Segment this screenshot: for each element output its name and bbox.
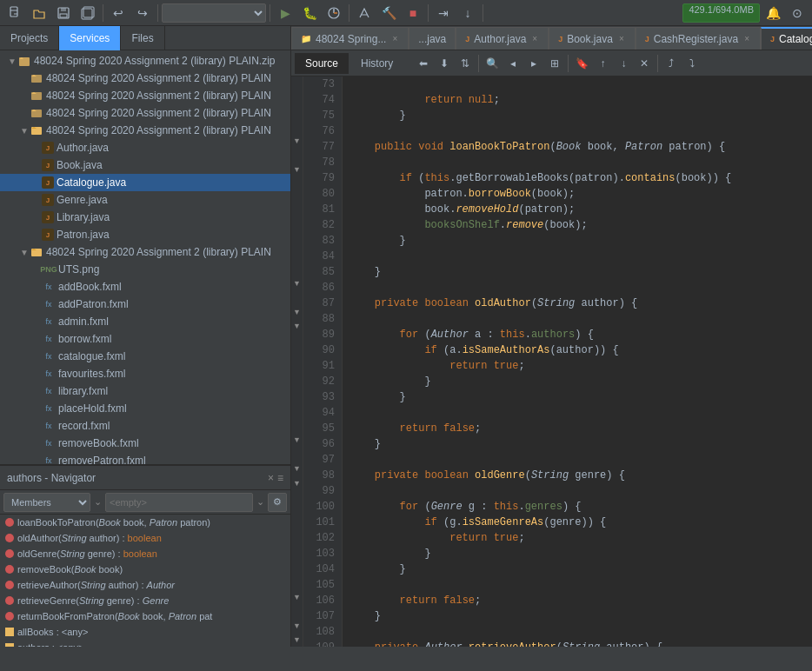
source-tab-button[interactable]: Source [295,53,349,74]
debug-button[interactable]: 🐛 [298,3,321,23]
tree-row-book[interactable]: J Book.java [0,156,290,174]
navigator-close-button[interactable]: × [268,472,274,484]
build-project-button[interactable] [353,3,376,23]
fold-109[interactable]: ▼ [291,590,303,604]
go-forward-button[interactable]: ⬇ [435,54,454,73]
svg-rect-4 [61,8,66,11]
navigator-settings-icon-button[interactable]: ⚙ [268,493,287,512]
tab-files[interactable]: Files [121,26,164,50]
tree-row-removebook[interactable]: fx removeBook.fxml [0,435,290,452]
fold-79[interactable]: ▼ [291,162,303,176]
members-select[interactable]: Members [3,493,90,512]
step-over-button[interactable]: ⇥ [432,3,455,23]
tab-projects[interactable]: Projects [0,26,59,50]
fold-90[interactable]: ▼ [291,319,303,333]
find-all-button[interactable]: ⊞ [545,54,564,73]
nav-item-loanbooktopatron[interactable]: loanBookToPatron(Book book, Patron patro… [0,515,290,530]
tree-row-borrow[interactable]: fx borrow.fxml [0,330,290,348]
filter-input[interactable] [105,493,253,512]
file-tree[interactable]: ▼ 48024 Spring 2020 Assignment 2 (librar… [0,50,290,464]
diff-prev-button[interactable]: ⤴ [662,54,681,73]
fold-98[interactable]: ▼ [291,433,303,447]
nav-item-returnbookfrompatron[interactable]: returnBookFromPatron(Book book, Patron p… [0,608,290,624]
code-editor[interactable]: return null; } public void loanBookToPat… [343,76,812,647]
tab-dots-java[interactable]: ...java [409,27,456,50]
tab-cashregister-java[interactable]: J CashRegister.java × [636,27,761,50]
tree-row-placehold[interactable]: fx placeHold.fxml [0,400,290,417]
save-button[interactable] [52,3,75,23]
nav-item-retrievegenre[interactable]: retrieveGenre(String genre) : Genre [0,593,290,608]
tree-row-zip[interactable]: ▼ 48024 Spring 2020 Assignment 2 (librar… [0,52,290,70]
search-code-button[interactable]: 🔍 [483,54,502,73]
run-button[interactable]: ▶ [274,3,296,23]
tree-row-1[interactable]: 48024 Spring 2020 Assignment 2 (library)… [0,70,290,87]
status-button[interactable]: ⊙ [786,3,809,23]
tree-row-uts-png[interactable]: PNG UTS.png [0,261,290,278]
tree-row-library-fxml[interactable]: fx library.fxml [0,382,290,400]
profile-button[interactable] [323,3,345,23]
open-button[interactable] [28,3,50,23]
nav-item-oldauthor[interactable]: oldAuthor(String author) : boolean [0,530,290,546]
tree-row-catalogue-fxml[interactable]: fx catalogue.fxml [0,348,290,365]
undo-button[interactable]: ↩ [107,3,130,23]
code-line-96: } [349,436,805,452]
tree-row-3[interactable]: 48024 Spring 2020 Assignment 2 (library)… [0,104,290,122]
find-next-button[interactable]: ▸ [524,54,543,73]
nav-item-allbooks[interactable]: allBooks : <any> [0,624,290,640]
redo-button[interactable]: ↪ [131,3,154,23]
tree-row-catalogue[interactable]: J Catalogue.java [0,174,290,191]
tab-services[interactable]: Services [59,26,121,50]
tree-row-patron[interactable]: J Patron.java [0,226,290,243]
tab-close-author[interactable]: × [530,33,539,44]
toggle-bookmark-button[interactable]: 🔖 [572,54,591,73]
tree-row-admin[interactable]: fx admin.fxml [0,313,290,330]
clean-build-button[interactable]: 🔨 [377,3,400,23]
fold-87[interactable]: ▼ [291,276,303,290]
new-button[interactable] [3,3,26,23]
tree-row-4[interactable]: ▼ 48024 Spring 2020 Assignment 2 (librar… [0,122,290,139]
fold-100[interactable]: ▼ [291,462,303,475]
code-line-87: private boolean oldAuthor(String author)… [349,296,805,311]
toggle-button[interactable]: ⇅ [456,54,475,73]
fold-111[interactable]: ▼ [291,618,303,632]
nav-item-oldgenre[interactable]: oldGenre(String genre) : boolean [0,546,290,561]
tab-catalogue-java[interactable]: J Catalogue.java × [761,27,812,50]
memory-indicator[interactable]: 429.1/694.0MB [682,3,760,23]
tree-row-removepatron[interactable]: fx removePatron.fxml [0,452,290,464]
tree-row-2[interactable]: 48024 Spring 2020 Assignment 2 (library)… [0,87,290,104]
tab-spring-zip[interactable]: 📁 48024 Spring... × [291,27,409,50]
prev-bookmark-button[interactable]: ↑ [593,54,612,73]
build-configuration-select[interactable] [162,3,266,23]
tab-author-java[interactable]: J Author.java × [456,27,549,50]
tab-close-book[interactable]: × [617,33,626,44]
fold-101[interactable]: ▼ [291,475,303,489]
tree-row-library[interactable]: J Library.java [0,209,290,226]
tab-book-java[interactable]: J Book.java × [549,27,636,50]
tree-row-genre[interactable]: J Genre.java [0,191,290,209]
tree-row-author[interactable]: J Author.java [0,139,290,156]
nav-item-retrieveauthor[interactable]: retrieveAuthor(String author) : Author [0,577,290,593]
tree-row-record[interactable]: fx record.fxml [0,417,290,435]
clear-bookmarks-button[interactable]: ✕ [635,54,654,73]
fold-112[interactable]: ▼ [291,633,303,647]
nav-item-authors[interactable]: authors : <any> [0,640,290,647]
tree-row-addbook[interactable]: fx addBook.fxml [0,278,290,296]
diff-next-button[interactable]: ⤵ [682,54,702,73]
fold-89[interactable]: ▼ [291,305,303,319]
stop-button[interactable]: ■ [402,3,424,23]
tree-row-favourites[interactable]: fx favourites.fxml [0,365,290,382]
step-into-button[interactable]: ↓ [456,3,479,23]
fold-77[interactable]: ▼ [291,134,303,148]
find-prev-button[interactable]: ◂ [503,54,522,73]
tree-row-fxml-group[interactable]: ▼ 48024 Spring 2020 Assignment 2 (librar… [0,243,290,261]
go-back-button[interactable]: ⬅ [414,54,433,73]
nav-item-removebook[interactable]: removeBook(Book book) [0,561,290,577]
tree-row-addpatron[interactable]: fx addPatron.fxml [0,296,290,313]
next-bookmark-button[interactable]: ↓ [614,54,633,73]
history-tab-button[interactable]: History [350,53,403,74]
navigator-settings-button[interactable]: ≡ [277,472,283,484]
notifications-button[interactable]: 🔔 [762,3,784,23]
saveall-button[interactable] [77,3,99,23]
tab-close-cashregister[interactable]: × [742,33,751,44]
tab-close-spring[interactable]: × [390,33,399,44]
